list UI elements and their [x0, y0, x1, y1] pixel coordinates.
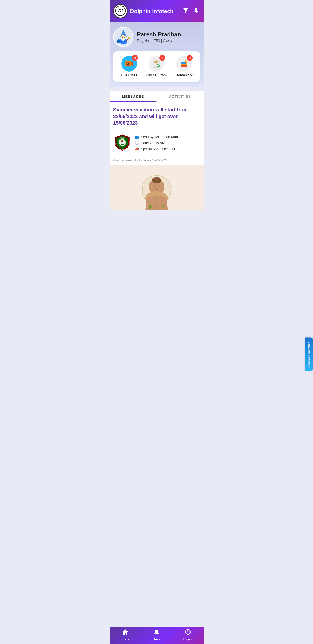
message-headline: Summer vacation will start from 22/05/20… [110, 102, 204, 130]
svg-text:TRUTH: TRUTH [115, 142, 116, 145]
header: DI Dolphin Infotech [110, 0, 204, 22]
nav-users[interactable]: Users [148, 629, 166, 641]
svg-marker-53 [123, 630, 128, 634]
svg-text:VIRTUE: VIRTUE [128, 141, 130, 144]
send-by-row: 👥 Send By: Mr. Tapan Kum... [135, 134, 200, 139]
homework-badge: 0 [187, 55, 193, 61]
live-class-icon-wrap: 0 [121, 56, 137, 72]
user-reg: Reg No.: 1753 | Class: II [137, 39, 181, 43]
homework-icon-wrap: 0 [176, 56, 192, 72]
homework-action[interactable]: 0 Homework [174, 56, 194, 77]
nav-home-label: Home [121, 638, 129, 641]
date-label: Date: 20/05/2023 [141, 141, 167, 145]
svg-point-11 [122, 37, 123, 38]
app-logo: DI [113, 4, 128, 18]
logo-text: DI [115, 5, 126, 17]
svg-point-18 [119, 39, 119, 40]
message-details: 👥 Send By: Mr. Tapan Kum... 🕐 Date: 20/0… [135, 134, 200, 151]
svg-text:🌿: 🌿 [161, 205, 165, 209]
announcement-type: Special Announcement [141, 147, 175, 151]
profile-info: Paresh Pradhan Reg No.: 1753 | Class: II [137, 31, 181, 43]
svg-text:WISDOM: WISDOM [120, 149, 125, 150]
avatar: ★ [113, 27, 133, 47]
online-exam-icon-wrap: 0 [149, 56, 164, 72]
announcement-icon: 📣 [135, 147, 139, 151]
svg-point-3 [196, 12, 197, 13]
nav-home[interactable]: Home [116, 629, 134, 641]
svg-text:🌿: 🌿 [149, 205, 153, 209]
user-name: Paresh Pradhan [137, 31, 181, 38]
buddha-card: 🌿 🌿 [110, 166, 204, 210]
svg-point-14 [128, 37, 130, 39]
svg-point-16 [117, 39, 120, 42]
profile-section: ★ [110, 22, 204, 87]
date-row: 🕐 Date: 20/05/2023 [135, 141, 200, 145]
nav-logout[interactable]: Logout [179, 629, 197, 641]
tab-messages[interactable]: MESSAGES [110, 91, 157, 102]
online-exam-badge: 0 [159, 55, 165, 61]
filter-button[interactable] [182, 7, 190, 16]
type-row: 📣 Special Announcement [135, 147, 200, 151]
tab-activities[interactable]: ACTIVITIES [157, 91, 204, 102]
svg-rect-29 [154, 64, 157, 64]
svg-point-12 [124, 37, 124, 38]
svg-text:★: ★ [122, 33, 124, 35]
nav-logout-label: Logout [183, 638, 192, 641]
profile-card: ★ [113, 27, 200, 47]
live-class-label: Live Class [121, 73, 137, 77]
bottom-nav: Home Users Logout [110, 626, 204, 644]
messages-content: Summer vacation will start from 22/05/20… [110, 102, 204, 210]
svg-point-25 [127, 63, 128, 64]
app-title: Dolphin Infotech [130, 8, 179, 14]
svg-text:DI: DI [118, 8, 123, 13]
svg-marker-2 [183, 8, 188, 12]
nav-users-label: Users [153, 638, 160, 641]
svg-point-39 [121, 140, 123, 142]
svg-marker-22 [131, 62, 133, 66]
message-meta: WISDOM TRUTH VIRTUE JALDHAKA 👥 Send By: … [110, 130, 204, 156]
svg-point-37 [118, 138, 126, 147]
users-icon [153, 629, 160, 636]
home-icon [122, 629, 128, 636]
online-exam-action[interactable]: 0 Online Exam [146, 56, 167, 77]
clock-icon: 🕐 [135, 141, 139, 145]
school-logo: WISDOM TRUTH VIRTUE JALDHAKA [113, 134, 131, 152]
svg-point-10 [121, 38, 125, 41]
message-footer: Announcement Upto Date - 27/05/2023 [110, 156, 204, 165]
online-exam-label: Online Exam [146, 73, 167, 77]
logout-icon [185, 629, 191, 636]
svg-text:JALDHAKA: JALDHAKA [120, 137, 124, 138]
message-card: Summer vacation will start from 22/05/20… [110, 102, 204, 166]
person-icon: 👥 [135, 134, 139, 139]
notifications-button[interactable] [192, 7, 200, 16]
quick-actions-card: 0 Live Class [113, 52, 200, 82]
send-by-label: Send By: Mr. Tapan Kum... [141, 135, 181, 139]
live-class-action[interactable]: 0 Live Class [119, 56, 139, 77]
svg-point-49 [154, 177, 159, 181]
tabs-bar: MESSAGES ACTIVITIES [110, 91, 204, 102]
buddha-illustration: 🌿 🌿 [134, 174, 179, 210]
live-class-badge: 0 [132, 55, 138, 61]
homework-label: Homework [175, 73, 192, 77]
header-icons [182, 7, 200, 16]
